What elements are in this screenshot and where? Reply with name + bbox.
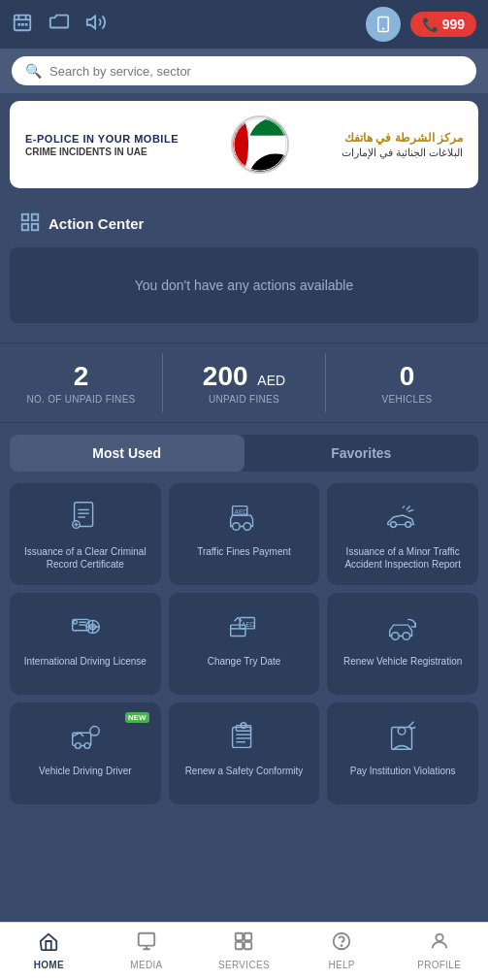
service-card-vehicle-driver[interactable]: NEW Vehicle Driving Driver bbox=[10, 702, 161, 804]
phone-signal-icon[interactable] bbox=[366, 7, 401, 42]
svg-rect-17 bbox=[22, 224, 28, 230]
service-label-5: Renew Vehicle Registration bbox=[343, 655, 462, 668]
svg-point-48 bbox=[84, 743, 90, 749]
safety-icon bbox=[225, 716, 262, 757]
search-input[interactable] bbox=[49, 64, 463, 79]
search-wrapper[interactable]: 🔍 bbox=[12, 56, 476, 85]
banner-center bbox=[231, 115, 289, 174]
emergency-button[interactable]: 📞 999 bbox=[410, 12, 476, 37]
speaker-icon[interactable] bbox=[85, 12, 107, 38]
new-badge: NEW bbox=[125, 712, 149, 723]
service-card-accident-report[interactable]: Issuance of a Minor Traffic Accident Ins… bbox=[327, 483, 478, 585]
svg-rect-57 bbox=[139, 933, 155, 946]
action-empty-message: You don't have any actions available bbox=[135, 278, 354, 293]
svg-point-46 bbox=[90, 727, 100, 736]
uae-flag bbox=[231, 115, 289, 174]
traffic-fines-icon: AED bbox=[225, 497, 262, 538]
services-icon bbox=[233, 931, 254, 957]
action-center-body: You don't have any actions available bbox=[10, 247, 478, 323]
service-card-change-date[interactable]: AED Change Try Date bbox=[169, 593, 320, 695]
svg-point-29 bbox=[244, 523, 251, 531]
nav-services-label: SERVICES bbox=[218, 960, 270, 970]
service-card-institution[interactable]: Pay Institution Violations bbox=[327, 702, 478, 804]
action-center-header: Action Center bbox=[10, 206, 478, 242]
svg-point-31 bbox=[406, 522, 411, 528]
banner-left: E-POLICE IN YOUR MOBILE CRIME INCIDENTS … bbox=[25, 133, 179, 157]
banner-title-en: E-POLICE IN YOUR MOBILE bbox=[25, 133, 179, 145]
accident-report-icon bbox=[384, 497, 421, 538]
svg-point-56 bbox=[398, 728, 406, 735]
nav-media-label: MEDIA bbox=[130, 960, 162, 970]
stat-value-1: 200 AED bbox=[167, 361, 321, 392]
stat-vehicles: 0 VEHICLES bbox=[326, 353, 488, 412]
svg-point-28 bbox=[233, 523, 241, 531]
banner: E-POLICE IN YOUR MOBILE CRIME INCIDENTS … bbox=[10, 101, 478, 188]
action-center: Action Center You don't have any actions… bbox=[10, 196, 478, 339]
stat-label-0: NO. OF UNPAID FINES bbox=[4, 394, 158, 405]
change-date-icon: AED bbox=[225, 606, 262, 647]
stat-unpaid-amount: 200 AED UNPAID FINES bbox=[163, 353, 326, 412]
service-label-8: Pay Institution Violations bbox=[350, 765, 456, 777]
action-center-title: Action Center bbox=[49, 215, 144, 232]
service-card-traffic-fines[interactable]: AED Traffic Fines Payment bbox=[169, 483, 320, 585]
nav-help[interactable]: HELP bbox=[293, 931, 391, 970]
svg-point-30 bbox=[391, 522, 397, 528]
tab-favorites[interactable]: Favorites bbox=[244, 435, 479, 472]
service-label-6: Vehicle Driving Driver bbox=[39, 765, 132, 777]
banner-title-ar: مركز الشرطة في هاتفك bbox=[342, 131, 463, 145]
profile-icon bbox=[429, 931, 450, 957]
bottom-nav: HOME MEDIA SERVICES bbox=[0, 922, 488, 980]
nav-help-label: HELP bbox=[328, 960, 354, 970]
folder-icon[interactable] bbox=[49, 12, 70, 38]
vehicle-reg-icon bbox=[384, 606, 421, 647]
service-card-vehicle-reg[interactable]: Renew Vehicle Registration bbox=[327, 593, 478, 695]
svg-text:AED: AED bbox=[243, 621, 256, 628]
services-section: Most Used Favorites Issuance of a Clear … bbox=[0, 427, 488, 820]
vehicle-driver-icon bbox=[67, 716, 104, 757]
nav-services[interactable]: SERVICES bbox=[195, 931, 293, 970]
nav-home[interactable]: HOME bbox=[0, 931, 98, 970]
institution-icon bbox=[384, 716, 421, 757]
nav-profile[interactable]: PROFILE bbox=[390, 931, 488, 970]
stats-bar: 2 NO. OF UNPAID FINES 200 AED UNPAID FIN… bbox=[0, 343, 488, 423]
service-card-intl-driving[interactable]: International Driving License bbox=[10, 593, 161, 695]
svg-rect-61 bbox=[244, 942, 251, 949]
svg-rect-10 bbox=[233, 117, 248, 172]
phone-call-icon: 📞 bbox=[422, 16, 439, 32]
action-center-icon bbox=[19, 212, 41, 236]
svg-rect-4 bbox=[17, 22, 20, 25]
svg-rect-18 bbox=[32, 224, 38, 230]
svg-point-44 bbox=[403, 633, 410, 640]
nav-media[interactable]: MEDIA bbox=[98, 931, 196, 970]
stat-value-0: 2 bbox=[4, 361, 158, 392]
stat-value-2: 0 bbox=[330, 361, 484, 392]
intl-driving-icon bbox=[67, 606, 104, 647]
search-bar-container: 🔍 bbox=[0, 49, 488, 93]
svg-point-33 bbox=[73, 620, 77, 624]
svg-text:AED: AED bbox=[235, 508, 248, 515]
top-header: 📞 999 bbox=[0, 0, 488, 49]
media-icon bbox=[136, 931, 157, 957]
help-icon bbox=[331, 931, 352, 957]
stat-unpaid-count: 2 NO. OF UNPAID FINES bbox=[0, 353, 163, 412]
service-label-1: Traffic Fines Payment bbox=[197, 545, 291, 558]
service-label-0: Issuance of a Clear Criminal Record Cert… bbox=[17, 545, 153, 571]
service-card-criminal-record[interactable]: Issuance of a Clear Criminal Record Cert… bbox=[10, 483, 161, 585]
criminal-record-icon bbox=[67, 497, 104, 538]
svg-rect-6 bbox=[25, 22, 28, 25]
svg-rect-15 bbox=[22, 214, 28, 220]
svg-point-64 bbox=[436, 934, 442, 941]
nav-home-label: HOME bbox=[34, 960, 64, 970]
services-tab-row: Most Used Favorites bbox=[10, 435, 478, 472]
calendar-grid-icon[interactable] bbox=[12, 12, 33, 38]
search-icon: 🔍 bbox=[25, 63, 42, 79]
service-grid: Issuance of a Clear Criminal Record Cert… bbox=[10, 483, 478, 804]
banner-right: مركز الشرطة في هاتفك البلاغات الجنائية ف… bbox=[342, 131, 463, 159]
service-card-safety[interactable]: Renew a Safety Conformity bbox=[169, 702, 320, 804]
svg-rect-60 bbox=[236, 942, 243, 949]
nav-profile-label: PROFILE bbox=[417, 960, 461, 970]
stat-label-1: UNPAID FINES bbox=[167, 394, 321, 405]
tab-most-used[interactable]: Most Used bbox=[10, 435, 244, 472]
svg-point-47 bbox=[75, 743, 81, 749]
svg-rect-5 bbox=[21, 22, 24, 25]
